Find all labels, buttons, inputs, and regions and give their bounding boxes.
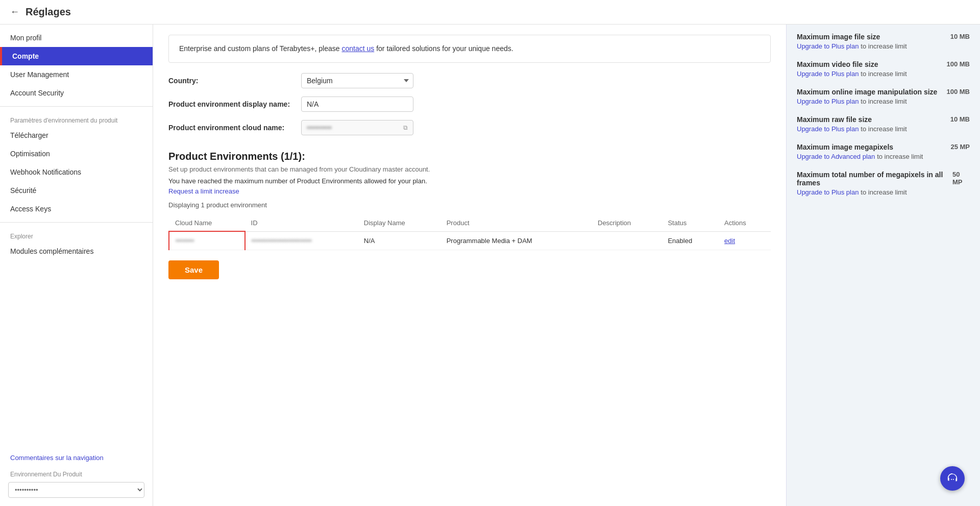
right-panel-upgrade-link-5[interactable]: Upgrade to Plus plan — [797, 188, 859, 196]
sidebar-item-compte[interactable]: Compte — [0, 47, 153, 65]
display-count: Displaying 1 product environment — [168, 201, 771, 209]
enterprise-banner: Enterprise and custom plans of Terabytes… — [168, 35, 771, 63]
right-panel-item-title-2: Maximum online image manipulation size 1… — [797, 88, 970, 96]
sidebar-item-account-security[interactable]: Account Security — [0, 84, 153, 102]
sidebar-divider-1 — [0, 106, 153, 107]
cloud-name-row: Product environment cloud name: ••••••••… — [168, 120, 771, 135]
country-row: Country: BelgiumFranceGermanyUnited Stat… — [168, 73, 771, 88]
right-panel-upgrade-link-0[interactable]: Upgrade to Plus plan — [797, 42, 859, 50]
edit-link[interactable]: edit — [724, 237, 735, 245]
right-panel-item-title-5: Maximum total number of megapixels in al… — [797, 171, 970, 187]
right-panel-item-1: Maximum video file size 100 MB Upgrade t… — [797, 60, 970, 78]
sidebar-item-mon-profil[interactable]: Mon profil — [0, 29, 153, 47]
right-panel: Maximum image file size 10 MB Upgrade to… — [786, 25, 980, 506]
headset-icon — [947, 473, 958, 484]
sidebar-section-product: Paramètres d'environnement du produit — [0, 111, 153, 126]
sidebar-item-webhook[interactable]: Webhook Notifications — [0, 163, 153, 181]
sidebar-item-access-keys[interactable]: Access Keys — [0, 200, 153, 218]
display-name-label: Product environment display name: — [168, 100, 301, 108]
row-product: Programmable Media + DAM — [440, 231, 592, 250]
row-description — [592, 231, 662, 250]
cloud-name-display: •••••••••• ⧉ — [301, 120, 413, 135]
contact-us-link[interactable]: contact us — [341, 44, 374, 53]
product-env-warning: You have reached the maximum number of P… — [168, 177, 771, 185]
product-env-sub: Set up product environments that can be … — [168, 165, 771, 173]
row-id: •••••••••••••••••••••••••• — [245, 231, 358, 250]
right-panel-item-title-1: Maximum video file size 100 MB — [797, 60, 970, 68]
row-display-name: N/A — [358, 231, 440, 250]
col-description: Description — [592, 215, 662, 231]
right-panel-item-5: Maximum total number of megapixels in al… — [797, 171, 970, 196]
col-cloud-name: Cloud Name — [169, 215, 245, 231]
col-actions: Actions — [718, 215, 771, 231]
col-status: Status — [662, 215, 718, 231]
display-name-input[interactable] — [301, 97, 413, 112]
right-panel-item-4: Maximum image megapixels 25 MP Upgrade t… — [797, 143, 970, 160]
country-select[interactable]: BelgiumFranceGermanyUnited StatesUnited … — [301, 73, 413, 88]
sidebar-feedback-link[interactable]: Commentaires sur la navigation — [0, 449, 153, 467]
row-id-blurred: •••••••••••••••••••••••••• — [252, 237, 312, 245]
right-panel-upgrade-link-4[interactable]: Upgrade to Advanced plan — [797, 153, 875, 160]
right-panel-item-title-3: Maximum raw file size 10 MB — [797, 115, 970, 124]
col-display-name: Display Name — [358, 215, 440, 231]
display-name-row: Product environment display name: — [168, 97, 771, 112]
floating-support-button[interactable] — [940, 466, 965, 491]
cloud-name-value: •••••••••• — [307, 124, 332, 132]
right-panel-upgrade-link-1[interactable]: Upgrade to Plus plan — [797, 70, 859, 78]
sidebar-divider-2 — [0, 222, 153, 223]
sidebar-item-telecharger[interactable]: Télécharger — [0, 126, 153, 144]
sidebar-item-modules[interactable]: Modules complémentaires — [0, 242, 153, 260]
sidebar-item-optimisation[interactable]: Optimisation — [0, 144, 153, 163]
right-panel-item-title-4: Maximum image megapixels 25 MP — [797, 143, 970, 151]
col-id: ID — [245, 215, 358, 231]
product-env-heading: Product Environments (1/1): — [168, 151, 771, 162]
right-panel-item-2: Maximum online image manipulation size 1… — [797, 88, 970, 105]
cloud-name-label: Product environment cloud name: — [168, 124, 301, 132]
row-cloud-name: •••••••• — [169, 231, 245, 250]
copy-icon[interactable]: ⧉ — [403, 124, 408, 131]
right-panel-upgrade-link-2[interactable]: Upgrade to Plus plan — [797, 98, 859, 105]
enterprise-text-after: for tailored solutions for your unique n… — [374, 44, 513, 53]
enterprise-text-before: Enterprise and custom plans of Terabytes… — [179, 44, 341, 53]
back-button[interactable]: ← — [10, 7, 19, 17]
row-status: Enabled — [662, 231, 718, 250]
product-environments-section: Product Environments (1/1): Set up produ… — [168, 151, 771, 250]
sidebar-item-user-management[interactable]: User Management — [0, 65, 153, 84]
limit-increase-link[interactable]: Request a limit increase — [168, 187, 239, 195]
page-title: Réglages — [26, 6, 71, 18]
right-panel-item-0: Maximum image file size 10 MB Upgrade to… — [797, 33, 970, 50]
sidebar-section-explorer: Explorer — [0, 227, 153, 242]
env-table: Cloud Name ID Display Name Product Descr… — [168, 215, 771, 250]
form-section: Country: BelgiumFranceGermanyUnited Stat… — [168, 73, 771, 135]
main-content: Enterprise and custom plans of Terabytes… — [153, 25, 786, 506]
cloud-name-blurred: •••••••• — [176, 237, 194, 245]
right-panel-item-3: Maximum raw file size 10 MB Upgrade to P… — [797, 115, 970, 133]
col-product: Product — [440, 215, 592, 231]
country-label: Country: — [168, 77, 301, 85]
table-row: •••••••• •••••••••••••••••••••••••• N/A … — [169, 231, 771, 250]
save-button[interactable]: Save — [168, 260, 219, 279]
sidebar-item-securite[interactable]: Sécurité — [0, 181, 153, 200]
right-panel-upgrade-link-3[interactable]: Upgrade to Plus plan — [797, 125, 859, 133]
sidebar: Mon profil Compte User Management Accoun… — [0, 25, 153, 506]
right-panel-item-title-0: Maximum image file size 10 MB — [797, 33, 970, 41]
sidebar-env-label: Environnement Du Produit — [0, 467, 153, 480]
row-actions: edit — [718, 231, 771, 250]
sidebar-env-select[interactable]: •••••••••• — [8, 482, 144, 498]
